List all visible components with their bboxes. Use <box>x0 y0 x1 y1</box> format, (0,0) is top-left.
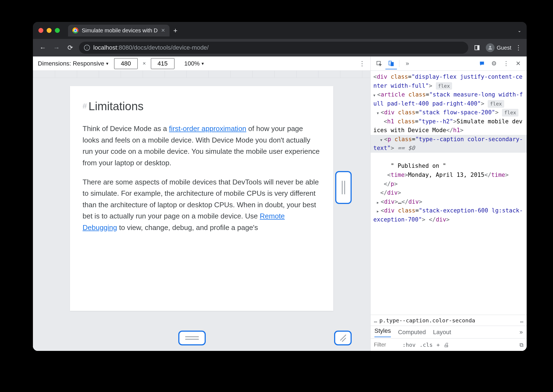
ruler <box>33 71 370 78</box>
devtools-tab-bar: » ⚙ ⋮ ✕ <box>371 56 527 71</box>
crumb-path[interactable]: p.type--caption.color-seconda <box>379 317 475 324</box>
dimensions-label: Dimensions: Responsive <box>38 60 104 67</box>
devtools-panel: » ⚙ ⋮ ✕ <div class="display-flex justify… <box>370 56 527 351</box>
avatar-icon <box>486 43 495 52</box>
tab-styles[interactable]: Styles <box>374 327 391 337</box>
reload-button[interactable]: ⟳ <box>65 43 75 53</box>
new-tab-button[interactable]: + <box>173 26 177 35</box>
settings-icon[interactable]: ⚙ <box>488 58 500 69</box>
resize-handle-corner[interactable] <box>334 331 352 345</box>
hash-icon: # <box>83 100 87 112</box>
forward-button[interactable]: → <box>52 43 61 53</box>
tab-computed[interactable]: Computed <box>398 329 426 336</box>
crumb-left: … <box>374 317 377 324</box>
paragraph-2: There are some aspects of mobile devices… <box>83 177 321 234</box>
dimensions-select[interactable]: Dimensions: Responsive ▼ <box>38 60 109 67</box>
device-toolbar: Dimensions: Responsive ▼ × 100% ▼ ⋮ <box>33 56 370 71</box>
chrome-icon <box>72 27 78 33</box>
device-toggle-icon[interactable] <box>385 58 397 69</box>
elements-tree[interactable]: <div class="display-flex justify-content… <box>371 71 527 315</box>
tab-layout[interactable]: Layout <box>433 329 451 336</box>
devtools-menu-icon[interactable]: ⋮ <box>500 58 512 69</box>
browser-tab[interactable]: Simulate mobile devices with D ✕ <box>68 25 170 36</box>
feedback-icon[interactable] <box>476 58 488 69</box>
width-input[interactable] <box>114 58 138 69</box>
svg-rect-3 <box>391 62 393 66</box>
device-toolbar-menu[interactable]: ⋮ <box>359 60 365 67</box>
browser-window: Simulate mobile devices with D ✕ + ⌄ ← →… <box>33 22 527 351</box>
panel-icon <box>475 45 479 50</box>
resize-handle-bottom[interactable] <box>178 331 206 345</box>
profile-label: Guest <box>497 45 511 51</box>
more-tabs-icon[interactable]: » <box>402 58 413 69</box>
chevron-down-icon[interactable]: ⌄ <box>518 28 521 33</box>
styles-filter-bar: :hov .cls + 🖨 ⧉ <box>371 338 527 351</box>
more-tabs-icon[interactable]: » <box>520 329 523 336</box>
cls-toggle[interactable]: .cls <box>419 342 433 348</box>
close-window-button[interactable] <box>38 28 43 33</box>
page-heading: # Limitations <box>83 97 321 115</box>
crumb-right: … <box>520 317 523 324</box>
address-bar[interactable]: i localhost:8080/docs/devtools/device-mo… <box>79 42 468 54</box>
device-mode-pane: Dimensions: Responsive ▼ × 100% ▼ ⋮ # Li… <box>33 56 370 351</box>
simulated-viewport[interactable]: # Limitations Think of Device Mode as a … <box>70 86 333 311</box>
styles-filter-input[interactable] <box>374 342 399 348</box>
close-devtools-icon[interactable]: ✕ <box>512 58 524 69</box>
heading-text: Limitations <box>89 97 144 115</box>
side-panel-button[interactable] <box>472 43 482 53</box>
device-icon[interactable]: 🖨 <box>444 342 449 348</box>
viewport-container: # Limitations Think of Device Mode as a … <box>33 78 370 351</box>
svg-point-0 <box>489 46 491 48</box>
divider <box>399 60 399 67</box>
first-order-link[interactable]: first-order approximation <box>169 124 246 133</box>
styles-tabs: Styles Computed Layout » <box>371 326 527 338</box>
maximize-window-button[interactable] <box>55 28 60 33</box>
zoom-select[interactable]: 100% ▼ <box>184 60 205 67</box>
toggle-sidebar-icon[interactable]: ⧉ <box>520 342 523 348</box>
tab-strip: Simulate mobile devices with D ✕ + ⌄ <box>33 22 527 39</box>
dropdown-triangle-icon: ▼ <box>105 61 109 66</box>
content-area: Dimensions: Responsive ▼ × 100% ▼ ⋮ # Li… <box>33 56 527 351</box>
close-tab-icon[interactable]: ✕ <box>161 27 165 33</box>
resize-handle-right[interactable] <box>335 171 352 204</box>
url-host: localhost <box>93 44 117 51</box>
browser-menu-button[interactable]: ⋮ <box>515 44 522 52</box>
inspect-icon[interactable] <box>373 58 385 69</box>
minimize-window-button[interactable] <box>47 28 52 33</box>
breadcrumb[interactable]: … p.type--caption.color-seconda … <box>371 315 527 326</box>
hov-toggle[interactable]: :hov <box>402 342 416 348</box>
height-input[interactable] <box>151 58 174 69</box>
back-button[interactable]: ← <box>38 43 48 53</box>
new-rule-icon[interactable]: + <box>436 342 440 348</box>
url-path: /docs/devtools/device-mode/ <box>132 44 209 51</box>
tab-title: Simulate mobile devices with D <box>82 27 158 34</box>
url-port: :8080 <box>117 44 132 51</box>
paragraph-1: Think of Device Mode as a first-order ap… <box>83 123 321 169</box>
zoom-label: 100% <box>184 60 200 67</box>
traffic-lights <box>38 28 60 33</box>
profile-button[interactable]: Guest <box>486 43 511 52</box>
toolbar: ← → ⟳ i localhost:8080/docs/devtools/dev… <box>33 39 527 56</box>
dropdown-triangle-icon: ▼ <box>201 61 205 66</box>
site-info-icon[interactable]: i <box>84 45 90 51</box>
times-icon: × <box>143 60 146 67</box>
